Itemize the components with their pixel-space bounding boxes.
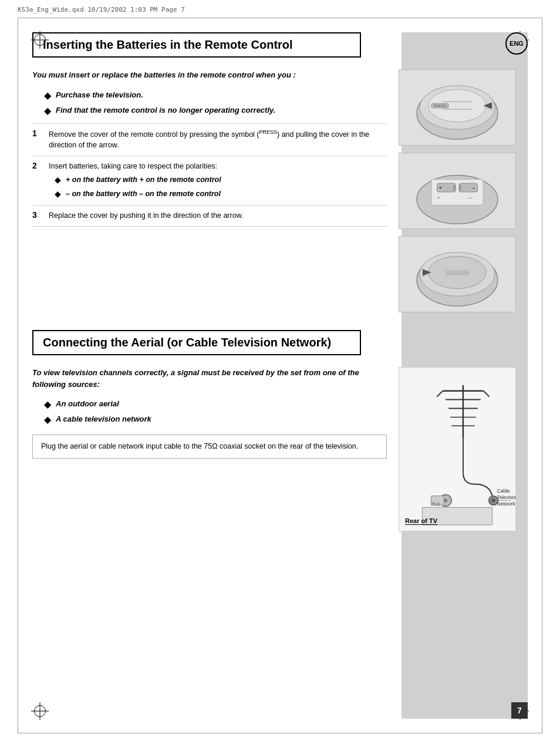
eng-badge: ENG [505, 32, 528, 55]
svg-rect-14 [459, 185, 461, 190]
section1-bullet-1-text: Purchase the television. [56, 90, 143, 99]
step-1-num: 1 [32, 129, 49, 151]
aerial-bullet-2-text: A cable television network [56, 415, 151, 423]
step-3-num: 3 [32, 210, 49, 221]
section-batteries: Inserting the Batteries in the Remote Co… [32, 32, 528, 312]
aerial-bullet-2: ◆ A cable television network [32, 415, 387, 425]
section-aerial: Connecting the Aerial (or Cable Televisi… [32, 330, 528, 531]
diamond-icon-a1: ◆ [44, 399, 51, 410]
remote-img-3 [399, 236, 516, 312]
step-2: 2 Insert batteries, taking care to respe… [32, 156, 387, 205]
section2-intro: To view television channels correctly, a… [32, 367, 387, 390]
remote-svg-3 [399, 237, 515, 312]
diamond-icon-s2: ◆ [55, 188, 61, 200]
rear-of-tv-label: Rear of TV [405, 517, 437, 525]
aerial-layout: To view television channels correctly, a… [32, 367, 528, 531]
remote-img-1: PRESS [399, 69, 516, 146]
step-2-num: 2 [32, 161, 49, 200]
step-2-sub-1: ◆ + on the battery with + on the remote … [49, 174, 387, 186]
svg-point-34 [492, 499, 495, 502]
section1-bullet-2-text: Find that the remote control is no longe… [56, 106, 275, 114]
section1-title-box: Inserting the Batteries in the Remote Co… [32, 32, 361, 58]
section1-bullet-1: ◆ Purchase the television. [32, 90, 387, 101]
svg-point-37 [444, 499, 447, 502]
steps-container: 1 Remove the cover of the remote control… [32, 123, 387, 227]
remote-images: PRESS + [399, 69, 528, 312]
svg-text:Network: Network [497, 501, 516, 507]
aerial-bullet-1-text: An outdoor aerial [56, 399, 119, 408]
step-2-sub-2-text: – on the battery with – on the remote co… [66, 188, 221, 200]
svg-text:Cable: Cable [497, 488, 510, 494]
svg-text:PRESS: PRESS [434, 104, 446, 107]
diamond-icon-2: ◆ [44, 105, 51, 116]
svg-text:–: – [473, 185, 475, 191]
file-info: KS3a_Eng_Wide.qxd 10/19/2002 1:03 PM Pag… [18, 6, 185, 14]
section1-bullet-2: ◆ Find that the remote control is no lon… [32, 106, 387, 116]
step-2-sub-2: ◆ – on the battery with – on the remote … [49, 188, 387, 200]
svg-text:+: + [437, 195, 440, 201]
section1-layout: You must insert or replace the batteries… [32, 69, 528, 312]
diamond-icon-1: ◆ [44, 90, 51, 101]
diamond-icon-a2: ◆ [44, 414, 51, 425]
step-3-content: Replace the cover by pushing it in the d… [49, 210, 387, 221]
step-3: 3 Replace the cover by pushing it in the… [32, 205, 387, 227]
svg-text:75 Ω: 75 Ω [431, 502, 440, 506]
aerial-diagram: 75 Ω Cable Television Network Rear of TV [399, 367, 516, 531]
step-1-content: Remove the cover of the remote control b… [49, 129, 387, 151]
aerial-left: To view television channels correctly, a… [32, 367, 387, 531]
svg-rect-11 [453, 185, 456, 190]
info-box: Plug the aerial or cable network input c… [32, 435, 387, 459]
section2-title: Connecting the Aerial (or Cable Televisi… [43, 336, 350, 349]
remote-svg-2: + – + – [399, 153, 515, 228]
page-content: ENG Inserting the Batteries in the Remot… [32, 32, 528, 719]
svg-line-31 [484, 391, 490, 397]
section1-title: Inserting the Batteries in the Remote Co… [43, 38, 350, 52]
section1-left: You must insert or replace the batteries… [32, 69, 387, 312]
remote-svg-1: PRESS [399, 70, 515, 145]
step-1: 1 Remove the cover of the remote control… [32, 123, 387, 156]
aerial-diagram-svg: 75 Ω Cable Television Network [399, 368, 516, 531]
svg-text:+: + [438, 185, 441, 191]
step-2-sub-1-text: + on the battery with + on the remote co… [66, 174, 221, 186]
svg-rect-23 [446, 271, 468, 275]
svg-text:Television: Television [497, 494, 516, 500]
page-number: 7 [511, 702, 528, 719]
section2-title-box: Connecting the Aerial (or Cable Televisi… [32, 330, 361, 355]
svg-text:–: – [469, 195, 472, 201]
aerial-right: 75 Ω Cable Television Network Rear of TV [399, 367, 528, 531]
diamond-icon-s1: ◆ [55, 174, 61, 186]
step-2-text: Insert batteries, taking care to respect… [49, 162, 217, 170]
section1-intro: You must insert or replace the batteries… [32, 69, 387, 81]
step-2-content: Insert batteries, taking care to respect… [49, 161, 387, 200]
remote-img-2: + – + – [399, 153, 516, 229]
aerial-bullet-1: ◆ An outdoor aerial [32, 399, 387, 410]
svg-line-30 [437, 391, 443, 397]
